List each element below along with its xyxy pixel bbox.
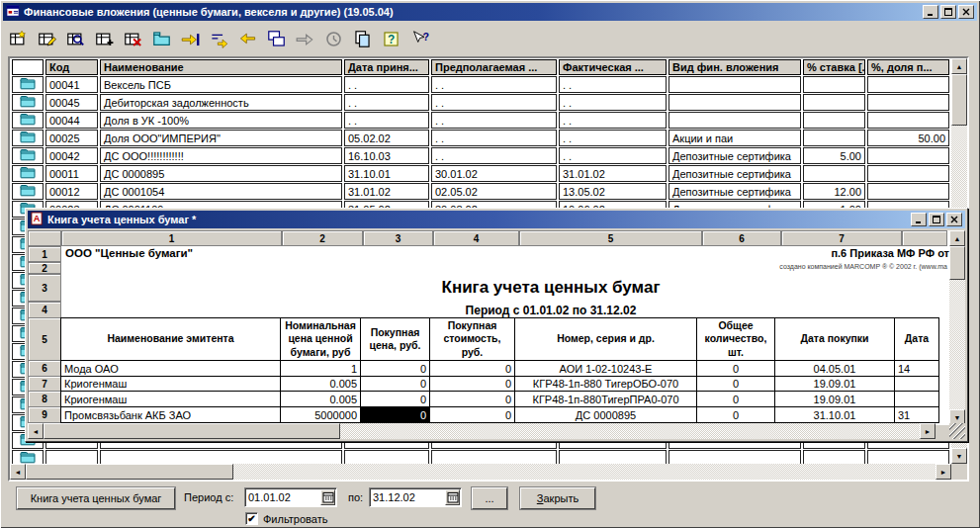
report-hscroll-track[interactable] xyxy=(340,423,920,439)
period-from-field[interactable]: 01.01.02 xyxy=(244,487,337,507)
report-close-button[interactable] xyxy=(946,213,962,226)
report-cell[interactable]: КГР48-1п-880ТигерПРА0-070 xyxy=(514,391,697,407)
period-from-input[interactable]: 01.01.02 xyxy=(245,491,320,503)
ruler-col[interactable]: 2 xyxy=(282,230,363,246)
report-vscrollbar[interactable]: ▲ ▼ xyxy=(949,230,965,425)
report-column-header[interactable]: Номер, серия и др. xyxy=(514,317,697,361)
report-cell[interactable]: Мода ОАО xyxy=(60,360,281,377)
edit-row-icon[interactable] xyxy=(35,27,58,50)
period-to-input[interactable]: 31.12.02 xyxy=(370,491,445,503)
report-cell[interactable]: 19.09.01 xyxy=(774,376,895,392)
row-number[interactable]: 7 xyxy=(28,376,61,392)
ruler-col[interactable]: 7 xyxy=(781,230,902,246)
report-hscroll-thumb[interactable] xyxy=(44,423,340,439)
report-cell[interactable] xyxy=(894,376,939,392)
report-cell[interactable]: ДС 0000895 xyxy=(514,406,697,423)
ruler-col[interactable] xyxy=(902,230,947,246)
report-cell[interactable] xyxy=(894,391,939,407)
column-header[interactable]: % ставка [... xyxy=(803,59,865,75)
ruler-col[interactable]: 4 xyxy=(433,230,519,246)
report-cell[interactable]: Промсвязьбанк АКБ ЗАО xyxy=(60,406,281,423)
row-number[interactable]: 3 xyxy=(28,274,61,302)
table-row[interactable]: 00025Доля ООО"ИМПЕРИЯ"05.02.02. .. .Акци… xyxy=(12,130,949,146)
hierarchy-view-icon[interactable] xyxy=(264,27,288,50)
view-row-icon[interactable] xyxy=(63,27,87,50)
report-column-header[interactable]: Покупная стоимость, руб. xyxy=(429,317,515,361)
column-header[interactable]: Наименование xyxy=(100,59,342,75)
report-cell[interactable]: 0 xyxy=(696,391,775,407)
row-number[interactable]: 9 xyxy=(28,406,61,423)
ruler-corner[interactable] xyxy=(28,230,61,246)
report-vscroll-thumb[interactable] xyxy=(949,246,965,280)
mark-delete-icon[interactable] xyxy=(121,27,144,50)
report-scroll-left-icon[interactable]: ◄ xyxy=(28,423,44,439)
minimize-button[interactable] xyxy=(923,5,938,19)
table-row[interactable]: 00041Вексель ПСБ. .. .. . xyxy=(12,76,949,93)
ruler-col[interactable]: 6 xyxy=(702,230,781,246)
copy-buffer-icon[interactable] xyxy=(350,27,374,50)
report-maximize-button[interactable] xyxy=(929,213,944,226)
add-copy-icon[interactable] xyxy=(92,27,116,50)
maximize-button[interactable] xyxy=(940,5,956,19)
report-column-header[interactable]: Наименование эмитента xyxy=(60,317,281,361)
scroll-up-icon[interactable]: ▲ xyxy=(951,58,967,74)
column-header[interactable]: Вид фин. вложения xyxy=(668,59,801,75)
table-row[interactable]: 00011ДС 000089531.10.0130.01.0231.01.02Д… xyxy=(12,165,949,182)
report-cell[interactable]: 14 xyxy=(894,360,939,377)
report-cell[interactable]: 0 xyxy=(360,360,430,377)
period-to-field[interactable]: 31.12.02 xyxy=(369,487,462,507)
close-form-button[interactable]: Закрыть xyxy=(520,487,595,509)
move-to-group-icon[interactable] xyxy=(178,27,202,50)
row-number[interactable]: 2 xyxy=(28,262,61,274)
move-item-icon[interactable] xyxy=(293,27,316,50)
calendar-icon[interactable] xyxy=(320,489,335,505)
new-row-icon[interactable] xyxy=(6,27,30,50)
hscroll-track[interactable] xyxy=(233,464,935,480)
hscroll-thumb[interactable] xyxy=(26,464,233,480)
report-vscroll-track[interactable] xyxy=(949,280,965,409)
context-help-icon[interactable]: ? xyxy=(407,27,431,50)
report-column-header[interactable]: Номинальная цена ценной бумаги, руб xyxy=(280,317,361,361)
history-icon[interactable] xyxy=(321,27,345,50)
report-cell[interactable]: 04.05.01 xyxy=(774,360,895,377)
ruler-col[interactable]: 1 xyxy=(61,230,282,246)
report-cell[interactable]: 0 xyxy=(360,376,430,392)
report-cell[interactable]: 0 xyxy=(696,376,775,392)
report-cell[interactable]: 0 xyxy=(696,406,775,423)
ellipsis-button[interactable]: ... xyxy=(472,487,507,509)
report-hscrollbar[interactable]: ◄ ► xyxy=(28,423,935,439)
table-row[interactable]: 00012ДС 000105431.01.0202.05.0213.05.02Д… xyxy=(12,183,949,200)
report-cell[interactable]: 0 xyxy=(429,360,515,377)
row-number[interactable]: 8 xyxy=(28,391,61,407)
help-icon[interactable]: ? xyxy=(379,27,402,50)
report-scroll-up-icon[interactable]: ▲ xyxy=(949,230,965,246)
vscroll-thumb[interactable] xyxy=(951,74,967,126)
report-cell[interactable]: 31.10.01 xyxy=(774,406,895,423)
column-header[interactable]: Фактическая ... xyxy=(559,59,667,75)
report-cell[interactable]: Криогенмаш xyxy=(60,376,281,392)
scroll-down-icon[interactable]: ▼ xyxy=(951,448,967,464)
report-column-header[interactable]: Дата покупки xyxy=(774,317,895,361)
scroll-right-icon[interactable]: ► xyxy=(935,464,951,480)
report-cell[interactable]: 1 xyxy=(280,360,361,377)
table-row[interactable]: 00044Доля в УК -100%. .. .. . xyxy=(12,112,949,129)
scroll-left-icon[interactable]: ◄ xyxy=(10,464,26,480)
column-header[interactable]: %, доля п... xyxy=(867,59,949,75)
report-column-header[interactable]: Покупная цена, руб. xyxy=(360,317,430,361)
row-number[interactable]: 5 xyxy=(28,317,61,361)
filter-checkbox[interactable]: ✔ xyxy=(245,512,258,525)
report-cell[interactable]: АОИ 1-02-10243-Е xyxy=(514,360,697,377)
column-header[interactable]: Предполагаемая ... xyxy=(431,59,557,75)
close-button[interactable] xyxy=(958,5,974,19)
parent-level-icon[interactable] xyxy=(235,27,259,50)
report-column-header[interactable]: Общее количество, шт. xyxy=(696,317,775,361)
report-scroll-right-icon[interactable]: ► xyxy=(920,423,935,439)
ruler-col[interactable]: 5 xyxy=(519,230,702,246)
calendar-icon[interactable] xyxy=(445,489,460,505)
report-cell[interactable]: 0 xyxy=(696,360,775,377)
report-open-button[interactable]: Книга учета ценных бумаг xyxy=(17,487,175,509)
report-cell[interactable]: 31 xyxy=(894,406,939,423)
report-cell[interactable]: 0 xyxy=(429,391,515,407)
row-number[interactable]: 4 xyxy=(28,302,61,318)
main-hscrollbar[interactable]: ◄ ► xyxy=(10,464,951,480)
